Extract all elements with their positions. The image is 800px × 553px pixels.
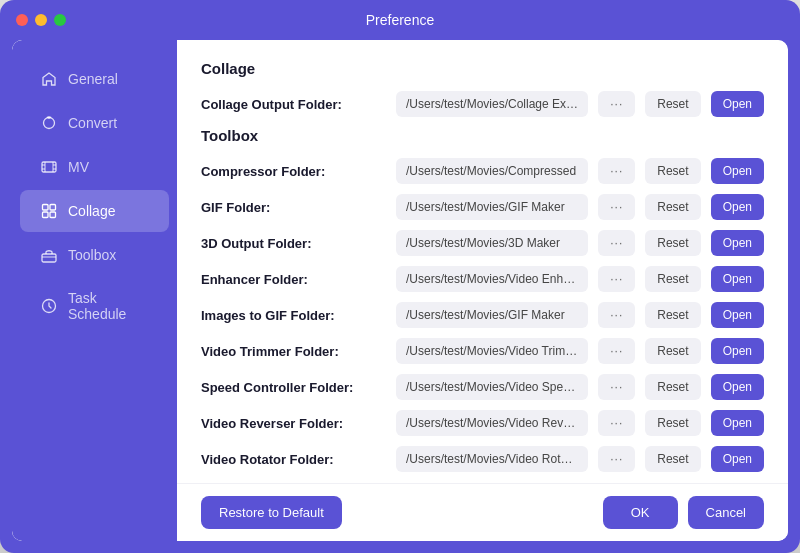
reset-button[interactable]: Reset xyxy=(645,91,700,117)
table-row: Enhancer Folder:/Users/test/Movies/Video… xyxy=(201,266,764,292)
folder-path: /Users/test/Movies/GIF Maker xyxy=(396,194,588,220)
sidebar-item-convert-label: Convert xyxy=(68,115,117,131)
svg-rect-9 xyxy=(50,205,56,211)
traffic-lights xyxy=(16,14,66,26)
table-row: GIF Folder:/Users/test/Movies/GIF Maker·… xyxy=(201,194,764,220)
dots-button[interactable]: ··· xyxy=(598,158,635,184)
dots-button[interactable]: ··· xyxy=(598,410,635,436)
table-row: Collage Output Folder:/Users/test/Movies… xyxy=(201,91,764,117)
svg-rect-8 xyxy=(43,205,49,211)
reset-button[interactable]: Reset xyxy=(645,410,700,436)
folder-path: /Users/test/Movies/Video Rotator xyxy=(396,446,588,472)
sidebar-item-collage-label: Collage xyxy=(68,203,115,219)
restore-default-button[interactable]: Restore to Default xyxy=(201,496,342,529)
folder-label: Speed Controller Folder: xyxy=(201,380,386,395)
dots-button[interactable]: ··· xyxy=(598,446,635,472)
table-row: Video Trimmer Folder:/Users/test/Movies/… xyxy=(201,338,764,364)
open-button[interactable]: Open xyxy=(711,266,764,292)
reset-button[interactable]: Reset xyxy=(645,230,700,256)
sidebar-item-general[interactable]: General xyxy=(20,58,169,100)
open-button[interactable]: Open xyxy=(711,230,764,256)
reset-button[interactable]: Reset xyxy=(645,194,700,220)
svg-point-0 xyxy=(44,118,55,129)
svg-rect-11 xyxy=(50,212,56,218)
sidebar-item-general-label: General xyxy=(68,71,118,87)
collage-section-title: Collage xyxy=(201,60,764,77)
folder-label: GIF Folder: xyxy=(201,200,386,215)
folder-path: /Users/test/Movies/3D Maker xyxy=(396,230,588,256)
open-button[interactable]: Open xyxy=(711,158,764,184)
table-row: 3D Output Folder:/Users/test/Movies/3D M… xyxy=(201,230,764,256)
preference-window: Preference General xyxy=(0,0,800,553)
dots-button[interactable]: ··· xyxy=(598,302,635,328)
folder-path: /Users/test/Movies/Collage Exported xyxy=(396,91,588,117)
sidebar-item-collage[interactable]: Collage xyxy=(20,190,169,232)
table-row: Speed Controller Folder:/Users/test/Movi… xyxy=(201,374,764,400)
folder-label: Compressor Folder: xyxy=(201,164,386,179)
toolbox-rows: Compressor Folder:/Users/test/Movies/Com… xyxy=(201,158,764,472)
folder-label: Video Rotator Folder: xyxy=(201,452,386,467)
open-button[interactable]: Open xyxy=(711,194,764,220)
minimize-button[interactable] xyxy=(35,14,47,26)
collage-rows: Collage Output Folder:/Users/test/Movies… xyxy=(201,91,764,117)
content-scroll[interactable]: Collage Collage Output Folder:/Users/tes… xyxy=(177,40,788,483)
open-button[interactable]: Open xyxy=(711,302,764,328)
folder-path: /Users/test/Movies/Video Reverser xyxy=(396,410,588,436)
cancel-button[interactable]: Cancel xyxy=(688,496,764,529)
dots-button[interactable]: ··· xyxy=(598,374,635,400)
reset-button[interactable]: Reset xyxy=(645,266,700,292)
toolbox-section: Toolbox Compressor Folder:/Users/test/Mo… xyxy=(201,127,764,472)
reset-button[interactable]: Reset xyxy=(645,446,700,472)
maximize-button[interactable] xyxy=(54,14,66,26)
dots-button[interactable]: ··· xyxy=(598,266,635,292)
dots-button[interactable]: ··· xyxy=(598,194,635,220)
folder-path: /Users/test/Movies/Video Speed Controlle… xyxy=(396,374,588,400)
title-bar: Preference xyxy=(0,0,800,40)
dots-button[interactable]: ··· xyxy=(598,230,635,256)
reset-button[interactable]: Reset xyxy=(645,374,700,400)
refresh-icon xyxy=(40,114,58,132)
reset-button[interactable]: Reset xyxy=(645,338,700,364)
folder-label: 3D Output Folder: xyxy=(201,236,386,251)
folder-path: /Users/test/Movies/Video Enhancer xyxy=(396,266,588,292)
sidebar: General Convert xyxy=(12,40,177,541)
table-row: Video Reverser Folder:/Users/test/Movies… xyxy=(201,410,764,436)
film-icon xyxy=(40,158,58,176)
sidebar-item-task-schedule[interactable]: Task Schedule xyxy=(20,278,169,334)
content-area: Collage Collage Output Folder:/Users/tes… xyxy=(177,40,788,541)
ok-button[interactable]: OK xyxy=(603,496,678,529)
footer-actions: OK Cancel xyxy=(603,496,764,529)
reset-button[interactable]: Reset xyxy=(645,158,700,184)
window-title: Preference xyxy=(366,12,434,28)
dots-button[interactable]: ··· xyxy=(598,338,635,364)
open-button[interactable]: Open xyxy=(711,446,764,472)
folder-label: Images to GIF Folder: xyxy=(201,308,386,323)
clock-icon xyxy=(40,297,58,315)
toolbox-section-title: Toolbox xyxy=(201,127,764,144)
folder-path: /Users/test/Movies/Video Trimmer xyxy=(396,338,588,364)
folder-label: Enhancer Folder: xyxy=(201,272,386,287)
table-row: Compressor Folder:/Users/test/Movies/Com… xyxy=(201,158,764,184)
svg-rect-10 xyxy=(43,212,49,218)
reset-button[interactable]: Reset xyxy=(645,302,700,328)
table-row: Images to GIF Folder:/Users/test/Movies/… xyxy=(201,302,764,328)
folder-path: /Users/test/Movies/GIF Maker xyxy=(396,302,588,328)
close-button[interactable] xyxy=(16,14,28,26)
open-button[interactable]: Open xyxy=(711,91,764,117)
footer: Restore to Default OK Cancel xyxy=(177,483,788,541)
open-button[interactable]: Open xyxy=(711,374,764,400)
sidebar-item-mv[interactable]: MV xyxy=(20,146,169,188)
open-button[interactable]: Open xyxy=(711,338,764,364)
folder-label: Video Reverser Folder: xyxy=(201,416,386,431)
folder-label: Video Trimmer Folder: xyxy=(201,344,386,359)
sidebar-item-task-schedule-label: Task Schedule xyxy=(68,290,149,322)
dots-button[interactable]: ··· xyxy=(598,91,635,117)
svg-rect-1 xyxy=(42,162,56,172)
sidebar-item-toolbox[interactable]: Toolbox xyxy=(20,234,169,276)
home-icon xyxy=(40,70,58,88)
grid-icon xyxy=(40,202,58,220)
sidebar-item-convert[interactable]: Convert xyxy=(20,102,169,144)
svg-rect-12 xyxy=(42,254,56,262)
open-button[interactable]: Open xyxy=(711,410,764,436)
sidebar-item-toolbox-label: Toolbox xyxy=(68,247,116,263)
